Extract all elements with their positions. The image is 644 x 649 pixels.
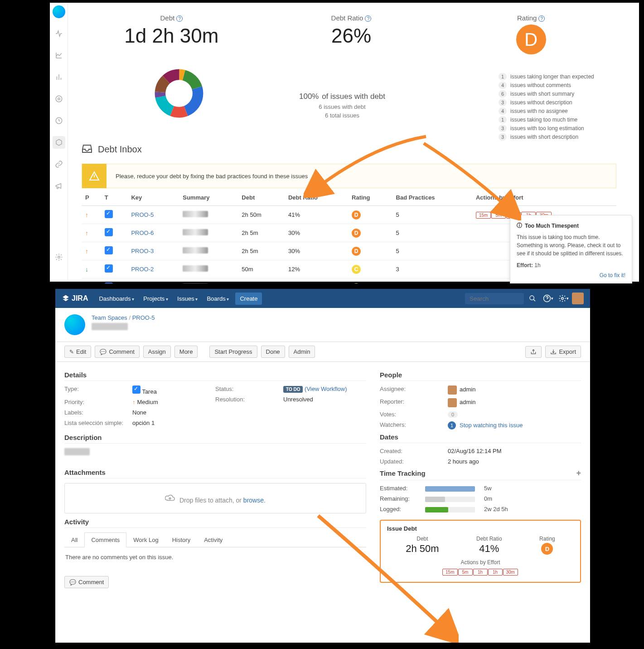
done-button[interactable]: Done — [261, 346, 285, 358]
more-button[interactable]: More — [174, 346, 198, 358]
help-icon[interactable]: ? — [365, 15, 371, 22]
breakdown-row[interactable]: 3issues without description — [499, 99, 594, 106]
user-avatar[interactable] — [572, 293, 584, 304]
debt-label: Debt? — [82, 14, 261, 22]
search-icon[interactable] — [526, 292, 539, 305]
col-actions[interactable]: Actions by Effort — [472, 190, 616, 206]
votes-count: 0 — [448, 411, 458, 418]
col-summary[interactable]: Summary — [179, 190, 238, 206]
breakdown-row[interactable]: 1issues taking too much time — [499, 116, 594, 123]
help-icon[interactable]: ▾ — [541, 292, 555, 305]
rail-megaphone-icon[interactable] — [53, 180, 65, 192]
rail-graph-icon[interactable] — [53, 49, 65, 62]
issue-key-link[interactable]: PROO-6 — [131, 229, 154, 236]
description-redacted — [64, 448, 90, 455]
priority-medium-icon: ↑ — [132, 399, 136, 405]
bad-practice-tooltip: ⓘToo Much Timespent This issue is taking… — [510, 215, 632, 285]
tab-activity[interactable]: Activity — [197, 532, 229, 547]
attachments-dropzone[interactable]: Drop files to attach, or browse. — [64, 483, 366, 513]
browse-link[interactable]: browse. — [243, 497, 266, 504]
breakdown-row[interactable]: 4issues without comments — [499, 82, 594, 89]
nav-item-projects[interactable]: Projects — [139, 293, 173, 305]
rail-gear-icon[interactable] — [53, 251, 65, 264]
comment-button[interactable]: 💬Comment — [95, 346, 139, 358]
col-p[interactable]: P — [82, 190, 101, 206]
effort-action[interactable]: 15m — [442, 569, 457, 576]
priority-icon: ↓ — [85, 266, 88, 273]
nav-item-dashboards[interactable]: Dashboards — [94, 293, 139, 305]
issue-key-link[interactable]: PROO-2 — [131, 266, 154, 273]
edit-button[interactable]: ✎Edit — [64, 346, 91, 358]
breakdown-row[interactable]: 4issues with no assignee — [499, 107, 594, 115]
rail-at-icon[interactable] — [53, 93, 65, 105]
comment-button-bottom[interactable]: 💬Comment — [64, 576, 109, 588]
issue-key-link[interactable]: PROO-3 — [131, 248, 154, 254]
summary-redacted — [183, 211, 208, 217]
debt-dashboard-screenshot: Debt? 1d 2h 30m Debt Ratio? 26% Rating? … — [0, 0, 644, 283]
summary-redacted — [183, 229, 208, 235]
help-icon[interactable]: ? — [538, 15, 545, 22]
col-ratio[interactable]: Debt Ratio — [285, 190, 348, 206]
gear-icon[interactable]: ▾ — [557, 292, 570, 305]
col-debt[interactable]: Debt — [238, 190, 285, 206]
task-type-icon — [105, 228, 113, 236]
admin-button[interactable]: Admin — [289, 346, 315, 358]
col-bad[interactable]: Bad Practices — [392, 190, 472, 206]
rail-bar-icon[interactable] — [53, 71, 65, 83]
effort-action[interactable]: 1h — [473, 569, 488, 576]
dates-head: Dates — [380, 433, 581, 443]
assign-button[interactable]: Assign — [143, 346, 171, 358]
effort-action[interactable]: 5m — [491, 212, 506, 219]
create-button[interactable]: Create — [235, 293, 262, 305]
issue-key-link[interactable]: PROO-5 — [131, 211, 154, 218]
add-time-icon[interactable]: + — [576, 468, 581, 478]
help-icon[interactable]: ? — [176, 15, 183, 22]
start-progress-button[interactable]: Start Progress — [209, 346, 257, 358]
breadcrumb-issue[interactable]: PROO-5 — [132, 314, 155, 321]
col-rating[interactable]: Rating — [348, 190, 392, 206]
effort-action[interactable]: 15m — [476, 212, 491, 219]
search-input[interactable] — [465, 293, 524, 304]
info-icon: ⓘ — [517, 222, 522, 229]
summary-redacted — [183, 247, 208, 254]
effort-action[interactable]: 5m — [458, 569, 473, 576]
app-logo[interactable] — [53, 5, 65, 18]
tab-all[interactable]: All — [64, 532, 84, 547]
breakdown-row[interactable]: 6issues with short summary — [499, 90, 594, 98]
tab-history[interactable]: History — [165, 532, 197, 547]
rail-hex-settings-icon[interactable] — [53, 136, 65, 149]
rail-link-icon[interactable] — [53, 158, 65, 171]
breakdown-row[interactable]: 3issues with too long estimation — [499, 125, 594, 132]
comment-icon: 💬 — [100, 349, 107, 355]
activity-head: Activity — [64, 518, 366, 528]
view-workflow-link[interactable]: (View Workflow) — [305, 385, 347, 392]
go-to-fix-link[interactable]: Go to fix it! — [517, 272, 625, 278]
svg-point-14 — [561, 298, 563, 300]
col-key[interactable]: Key — [127, 190, 179, 206]
rail-clock-icon[interactable] — [53, 114, 65, 127]
tab-comments[interactable]: Comments — [84, 532, 126, 547]
priority-icon: ↑ — [85, 229, 88, 237]
col-t[interactable]: T — [101, 190, 128, 206]
tab-work-log[interactable]: Work Log — [126, 532, 165, 547]
rating-badge: D — [516, 24, 546, 54]
project-avatar[interactable] — [64, 314, 85, 335]
breakdown-row[interactable]: 1issues taking longer than expected — [499, 73, 594, 80]
priority-icon: ↑ — [85, 248, 88, 255]
donut-slices — [160, 74, 198, 112]
stop-watching-link[interactable]: Stop watching this issue — [460, 422, 523, 429]
rail-activity-icon[interactable] — [53, 27, 65, 40]
nav-item-issues[interactable]: Issues — [173, 293, 202, 305]
export-button[interactable]: Export — [545, 346, 581, 358]
priority-icon: ↑ — [85, 211, 88, 219]
nav-item-boards[interactable]: Boards — [202, 293, 233, 305]
share-button[interactable] — [525, 346, 542, 358]
effort-action[interactable]: 1h — [488, 569, 503, 576]
left-sidebar — [50, 3, 68, 282]
effort-action[interactable]: 30m — [503, 569, 518, 576]
debt-donut-chart — [154, 68, 204, 120]
summary-redacted — [183, 265, 208, 272]
breadcrumb-project[interactable]: Team Spaces — [92, 314, 127, 321]
breakdown-row[interactable]: 3issues with short description — [499, 133, 594, 141]
jira-logo[interactable]: JIRA — [62, 294, 92, 303]
